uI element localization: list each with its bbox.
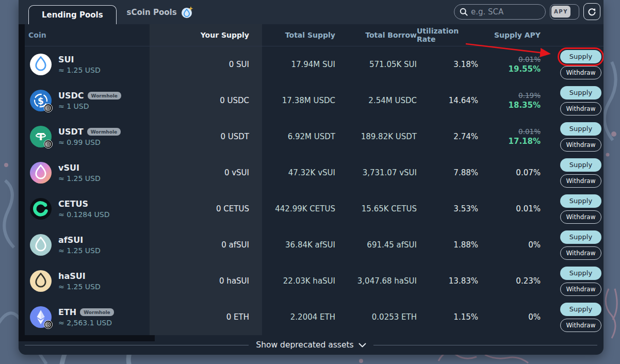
coin-icon	[30, 162, 52, 184]
coin-price: ≈ 1.25 USD	[58, 174, 101, 183]
your-supply-value: 0 haSUI	[150, 263, 262, 299]
utilization-rate-value: 7.88%	[417, 155, 478, 191]
total-borrow-value: 189.82K USDT	[335, 119, 417, 155]
pool-row: vSUI ≈ 1.25 USD 0 vSUI 47.32K vSUI 3,731…	[19, 155, 603, 191]
pool-rows: SUI ≈ 1.25 USD 0 SUI 17.94M SUI 571.05K …	[19, 46, 603, 335]
search-input[interactable]	[471, 7, 532, 16]
supply-apy-value: 0.01% 17.18%	[478, 119, 541, 155]
coin-price: ≈ 2,563.1 USD	[58, 319, 114, 327]
supply-button[interactable]: Supply	[560, 194, 601, 208]
supply-apy-value: 0.01% 19.55%	[478, 46, 541, 82]
pool-row: haSUI ≈ 1.25 USD 0 haSUI 22.03K haSUI 3,…	[19, 263, 603, 299]
header-supply-apy: Supply APY	[478, 24, 541, 46]
withdraw-button[interactable]: Withdraw	[560, 319, 601, 332]
coin-cell: vSUI ≈ 1.25 USD	[25, 155, 150, 191]
tab-scoin-pools-label: sCoin Pools	[127, 8, 177, 17]
coin-price: ≈ 1.25 USD	[58, 283, 101, 291]
supply-button[interactable]: Supply	[560, 303, 601, 316]
search-box[interactable]	[454, 4, 546, 20]
supply-button[interactable]: Supply	[560, 86, 601, 100]
utilization-rate-value: 13.83%	[417, 263, 478, 299]
utilization-rate-value: 3.53%	[417, 191, 478, 227]
withdraw-button[interactable]: Withdraw	[560, 283, 601, 296]
tab-scoin-pools[interactable]: sCoin Pools	[117, 0, 204, 24]
coin-cell: $ USDC Wormhole ≈ 1 USD	[25, 82, 150, 119]
total-borrow-value: 3,731.07 vSUI	[335, 155, 417, 191]
withdraw-button[interactable]: Withdraw	[560, 66, 601, 79]
coin-name: USDT	[58, 127, 84, 137]
apy-old-value: 0.01%	[518, 55, 541, 63]
coin-icon	[30, 54, 52, 75]
refresh-button[interactable]	[583, 3, 600, 20]
coin-price: ≈ 0.1284 USD	[58, 210, 110, 219]
withdraw-button[interactable]: Withdraw	[560, 210, 601, 224]
your-supply-value: 0 afSUI	[150, 227, 262, 263]
coin-cell: ETH Wormhole ≈ 2,563.1 USD	[25, 299, 150, 335]
header-coin: Coin	[25, 24, 150, 46]
supply-button[interactable]: Supply	[560, 267, 601, 280]
svg-text:$: $	[38, 96, 44, 106]
apy-old-value: 0.19%	[518, 91, 541, 100]
withdraw-button[interactable]: Withdraw	[560, 174, 601, 188]
wormhole-badge: Wormhole	[80, 308, 113, 316]
apy-toggle[interactable]: APY	[550, 4, 579, 20]
wormhole-badge: Wormhole	[88, 92, 121, 100]
top-bar: Lending Pools sCoin Pools	[19, 0, 603, 24]
withdraw-button[interactable]: Withdraw	[560, 102, 601, 115]
supply-button[interactable]: Supply	[560, 122, 601, 136]
your-supply-value: 0 SUI	[150, 46, 262, 82]
total-borrow-value: 691.45 afSUI	[335, 227, 417, 263]
utilization-rate-value: 1.15%	[417, 299, 478, 335]
coin-cell: T USDT Wormhole ≈ 0.99 USD	[25, 119, 150, 155]
chevron-down-icon	[358, 343, 366, 348]
vertical-scrollbar[interactable]	[19, 24, 25, 341]
total-borrow-value: 3,047.68 haSUI	[335, 263, 417, 299]
show-deprecated-label: Show deprecated assets	[256, 340, 353, 350]
pool-row: afSUI ≈ 1.25 USD 0 afSUI 36.84K afSUI 69…	[19, 227, 603, 263]
apy-current-value: 0%	[528, 240, 541, 250]
show-deprecated-toggle[interactable]: Show deprecated assets	[256, 340, 366, 350]
tab-lending-pools[interactable]: Lending Pools	[28, 5, 117, 24]
your-supply-value: 0 CETUS	[150, 191, 262, 227]
total-borrow-value: 571.05K SUI	[335, 46, 417, 82]
pool-row: $ USDC Wormhole ≈ 1 USD 0 USDC 17.38M US…	[19, 82, 603, 119]
coin-icon	[30, 234, 52, 256]
wormhole-bridge-icon	[44, 320, 53, 329]
coin-cell: haSUI ≈ 1.25 USD	[25, 263, 150, 299]
apy-current-value: 0%	[528, 312, 541, 322]
your-supply-value: 0 ETH	[150, 299, 262, 335]
coin-price: ≈ 1.25 USD	[58, 246, 101, 255]
coin-icon	[30, 306, 52, 328]
supply-apy-value: 0%	[478, 299, 541, 335]
apy-current-value: 0.01%	[516, 204, 541, 213]
coin-name: ETH	[58, 307, 76, 317]
coin-cell: CETUS ≈ 0.1284 USD	[25, 191, 150, 227]
total-supply-value: 6.92M USDT	[262, 119, 335, 155]
supply-apy-value: 0%	[478, 227, 541, 263]
total-supply-value: 22.03K haSUI	[262, 263, 335, 299]
your-supply-value: 0 USDT	[150, 119, 262, 155]
supply-button[interactable]: Supply	[560, 230, 601, 244]
header-your-supply: Your Supply	[150, 24, 262, 46]
divider	[373, 345, 597, 345]
total-borrow-value: 0.0253 ETH	[335, 299, 417, 335]
header-total-borrow: Total Borrow	[335, 24, 417, 46]
coin-price: ≈ 1 USD	[58, 102, 121, 110]
withdraw-button[interactable]: Withdraw	[560, 246, 601, 260]
sui-droplet-sparkle-icon	[181, 6, 193, 19]
total-supply-value: 17.38M USDC	[262, 82, 335, 119]
header-total-supply: Total Supply	[262, 24, 335, 46]
pool-row: CETUS ≈ 0.1284 USD 0 CETUS 442.99K CETUS…	[19, 191, 603, 227]
pool-row: SUI ≈ 1.25 USD 0 SUI 17.94M SUI 571.05K …	[19, 46, 603, 82]
supply-apy-value: 0.23%	[478, 263, 541, 299]
search-icon	[460, 8, 468, 16]
supply-button[interactable]: Supply	[560, 50, 601, 63]
coin-cell: SUI ≈ 1.25 USD	[25, 46, 150, 82]
your-supply-value: 0 vSUI	[150, 155, 262, 191]
total-supply-value: 2.2004 ETH	[262, 299, 335, 335]
supply-apy-value: 0.19% 18.35%	[478, 82, 541, 119]
supply-button[interactable]: Supply	[560, 158, 601, 172]
wormhole-badge: Wormhole	[87, 128, 121, 136]
withdraw-button[interactable]: Withdraw	[560, 138, 601, 152]
lending-panel: Lending Pools sCoin Pools	[19, 0, 603, 355]
